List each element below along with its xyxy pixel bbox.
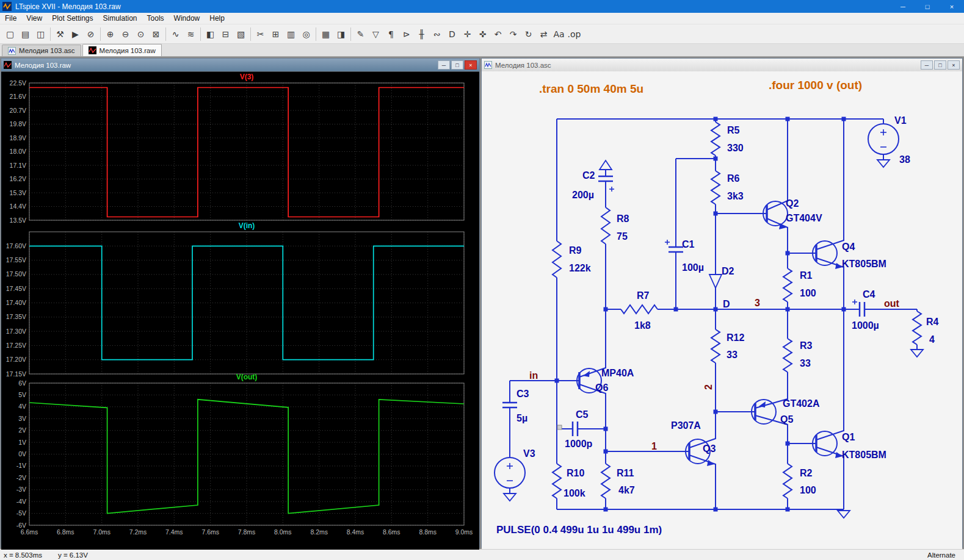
c2-value[interactable]: 200µ [572,190,594,200]
minimize-icon[interactable]: ─ [438,60,450,70]
net-label-2[interactable]: 2 [703,384,714,390]
symbol-outline[interactable] [838,511,850,518]
paste-icon[interactable]: ▥ [283,26,299,42]
place-component-icon[interactable]: D [444,26,460,42]
r3-name[interactable]: R3 [800,340,813,351]
r6-name[interactable]: R6 [727,173,740,184]
voltage-source-body[interactable] [495,458,525,488]
move-icon[interactable]: ✛ [460,26,475,42]
q2-value[interactable]: GT404V [786,213,822,223]
find-icon[interactable]: ◎ [299,26,314,42]
resistor-symbol[interactable] [783,464,792,498]
resistor-symbol[interactable] [601,464,610,498]
c4-value[interactable]: 1000µ [852,320,879,331]
undo-icon[interactable]: ↶ [490,26,506,42]
place-diode-icon[interactable]: ⊳ [399,26,414,42]
waveform-plot[interactable]: 22.5V21.6V20.7V19.8V18.9V18.0V17.1V16.2V… [1,72,479,548]
save-icon[interactable]: ◫ [33,26,48,42]
r4-name[interactable]: R4 [926,317,939,327]
schematic-drawing[interactable]: .tran 0 50m 40m 5u.four 1000 v (out)V138… [482,71,962,547]
tab-melodia-raw[interactable]: Мелодия 103.raw [82,44,162,56]
control-panel-icon[interactable]: ⚒ [53,26,68,42]
place-inductor-icon[interactable]: ∾ [429,26,444,42]
q5-value[interactable]: GT402A [783,398,820,409]
draw-wire-icon[interactable]: ✎ [353,26,368,42]
redo-icon[interactable]: ↷ [506,26,521,42]
r6-value[interactable]: 3k3 [727,191,744,201]
q1-value[interactable]: KT805BM [842,450,886,460]
menu-window[interactable]: Window [169,13,205,24]
net-label-1[interactable]: 1 [651,441,657,451]
resistor-symbol[interactable] [913,311,921,345]
place-label-icon[interactable]: ¶ [383,26,399,42]
cut-icon[interactable]: ✂ [253,26,268,42]
fft-icon[interactable]: ≋ [183,26,198,42]
r4-value[interactable]: 4 [929,334,935,345]
resistor-symbol[interactable] [601,207,610,244]
r12-value[interactable]: 33 [727,350,737,360]
r2-value[interactable]: 100 [800,485,816,495]
trace-title[interactable]: V(3) [240,73,254,81]
rotate-icon[interactable]: ↻ [521,26,536,42]
resistor-symbol[interactable] [553,241,561,278]
autorange-y-icon[interactable]: ∿ [168,26,183,42]
menu-plot-settings[interactable]: Plot Settings [47,13,98,24]
spice-directive-icon[interactable]: .op [567,26,582,42]
zoom-full-extents-icon[interactable]: ⊙ [133,26,148,42]
r7-name[interactable]: R7 [637,290,650,301]
q4-name[interactable]: Q4 [842,242,855,252]
halt-simulation-icon[interactable]: ⊘ [83,26,98,42]
r8-name[interactable]: R8 [617,214,629,224]
restore-icon[interactable]: □ [934,60,946,70]
directive-tran[interactable]: .tran 0 50m 40m 5u [539,82,643,95]
r9-value[interactable]: 122k [569,263,591,273]
c1-value[interactable]: 100µ [682,262,704,273]
copy-icon[interactable]: ⊞ [268,26,283,42]
resistor-symbol[interactable] [783,268,792,302]
place-capacitor-icon[interactable]: ╫ [414,26,429,42]
directive-four[interactable]: .four 1000 v (out) [769,79,862,92]
r12-name[interactable]: R12 [727,332,744,343]
schematic-window-titlebar[interactable]: Мелодия 103.asc ─ □ × [482,59,962,71]
r11-name[interactable]: R11 [617,468,634,478]
symbol-outline[interactable] [504,494,516,501]
c5-name[interactable]: C5 [576,409,589,420]
waveform-window-titlebar[interactable]: Мелодия 103.raw ─ □ × [1,59,479,71]
d2-value[interactable]: D [723,299,730,309]
new-schematic-icon[interactable]: ▢ [2,26,18,42]
waveform-plot-area[interactable]: 22.5V21.6V20.7V19.8V18.9V18.0V17.1V16.2V… [1,71,479,550]
close-icon[interactable]: × [465,60,477,70]
close-icon[interactable]: × [940,0,964,13]
q6-name[interactable]: Q6 [595,382,608,393]
q6-value[interactable]: MP40A [601,368,634,378]
v3-pulse-value[interactable]: PULSE(0 0.4 499u 1u 1u 499u 1m) [496,524,662,536]
resistor-symbol[interactable] [621,305,658,314]
c2-name[interactable]: C2 [582,170,595,181]
close-icon[interactable]: × [948,60,960,70]
drag-icon[interactable]: ✜ [475,26,490,42]
r10-name[interactable]: R10 [567,468,584,478]
print-icon[interactable]: ▦ [318,26,333,42]
symbol-outline[interactable] [911,350,923,357]
open-file-icon[interactable]: ▤ [18,26,33,42]
maximize-icon[interactable]: □ [915,0,940,13]
q3-value[interactable]: P307A [671,420,701,431]
resistor-symbol[interactable] [711,122,720,156]
r2-name[interactable]: R2 [800,468,813,478]
r3-value[interactable]: 33 [800,358,811,368]
r5-name[interactable]: R5 [727,125,740,135]
zoom-out-icon[interactable]: ⊖ [118,26,133,42]
minimize-icon[interactable]: ─ [891,0,915,13]
restore-icon[interactable]: □ [451,60,463,70]
c3-value[interactable]: 5µ [516,413,527,423]
resistor-symbol[interactable] [711,171,720,204]
r5-value[interactable]: 330 [727,143,744,153]
zoom-area-icon[interactable]: ⊠ [148,26,164,42]
menu-tools[interactable]: Tools [142,13,169,24]
c4-name[interactable]: C4 [863,289,875,300]
d2-name[interactable]: D2 [722,266,734,276]
q2-name[interactable]: Q2 [786,198,799,209]
r11-value[interactable]: 4k7 [618,485,635,495]
r1-name[interactable]: R1 [800,270,813,281]
run-simulation-icon[interactable]: ▶ [68,26,83,42]
